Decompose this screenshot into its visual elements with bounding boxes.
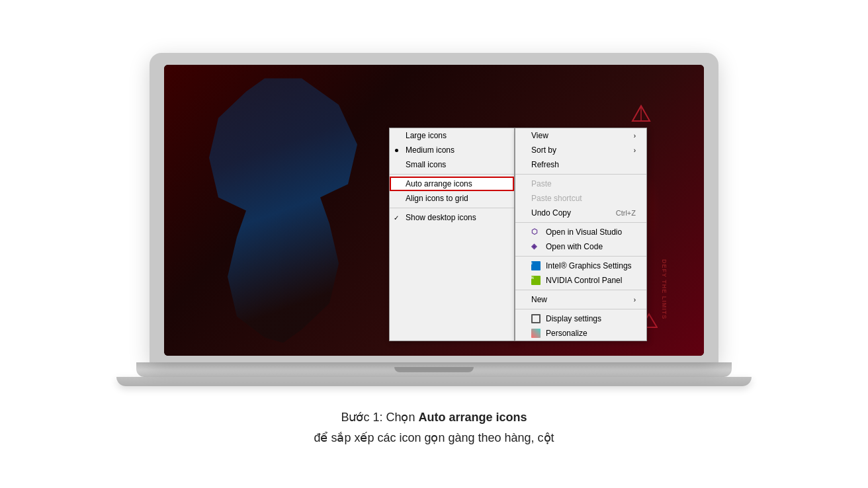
menu-item-view[interactable]: View › [515, 128, 646, 143]
menu-item-show-desktop-icons[interactable]: ✓ Show desktop icons [390, 210, 514, 225]
paste-label: Paste [531, 179, 552, 188]
display-settings-icon [531, 314, 541, 323]
menu-item-paste[interactable]: Paste [515, 177, 646, 191]
menu-item-small-icons[interactable]: Small icons [390, 157, 514, 172]
view-submenu: Large icons Medium icons Small icons Aut… [389, 128, 515, 341]
menu-item-refresh[interactable]: Refresh [515, 157, 646, 172]
medium-icons-label: Medium icons [406, 145, 455, 155]
vscode-icon: ◈ [531, 242, 541, 251]
menu-item-auto-arrange[interactable]: Auto arrange icons [390, 177, 514, 191]
menu-item-display-settings[interactable]: Display settings [515, 311, 646, 326]
nvidia-label: NVIDIA Control Panel [546, 276, 622, 285]
new-label: New [531, 295, 547, 304]
laptop-screen: DEFY THE LIMITS Large icons [164, 65, 704, 356]
menu-item-personalize[interactable]: Personalize [515, 326, 646, 341]
sort-by-arrow: › [634, 147, 636, 154]
display-settings-label: Display settings [546, 314, 601, 323]
view-label: View [531, 131, 548, 140]
undo-copy-shortcut: Ctrl+Z [616, 209, 636, 217]
undo-copy-label: Undo Copy [531, 208, 571, 218]
new-arrow: › [634, 296, 636, 304]
separator-r2 [515, 222, 646, 223]
visual-studio-icon: ⬡ [531, 227, 541, 237]
intel-graphics-label: Intel® Graphics Settings [546, 261, 632, 270]
desktop-background[interactable]: DEFY THE LIMITS Large icons [164, 65, 704, 356]
separator-1 [390, 174, 514, 175]
laptop-base [136, 362, 732, 377]
laptop-bottom-bar [116, 377, 752, 386]
description-bold: Auto arrange icons [419, 411, 527, 424]
main-context-menu: View › Sort by › Refresh Paste [515, 128, 647, 341]
menu-item-nvidia-panel[interactable]: N NVIDIA Control Panel [515, 273, 646, 288]
description-prefix: Bước 1: Chọn [341, 411, 418, 424]
menu-item-medium-icons[interactable]: Medium icons [390, 143, 514, 157]
description-line2: để sắp xếp các icon gọn gàng theo hàng, … [314, 428, 554, 448]
auto-arrange-label: Auto arrange icons [406, 179, 472, 188]
separator-r4 [515, 290, 646, 290]
personalize-label: Personalize [546, 329, 587, 338]
context-menu-container: Large icons Medium icons Small icons Aut… [389, 128, 647, 341]
show-desktop-check: ✓ [394, 214, 399, 222]
refresh-label: Refresh [531, 160, 559, 169]
align-grid-label: Align icons to grid [406, 194, 468, 203]
menu-item-open-visual-studio[interactable]: ⬡ Open in Visual Studio [515, 225, 646, 239]
separator-r1 [515, 174, 646, 175]
intel-icon: i [531, 261, 541, 270]
menu-item-new[interactable]: New › [515, 292, 646, 307]
menu-item-undo-copy[interactable]: Undo Copy Ctrl+Z [515, 206, 646, 220]
medium-icons-dot [395, 149, 398, 152]
separator-r3 [515, 256, 646, 257]
menu-item-large-icons[interactable]: Large icons [390, 128, 514, 143]
nvidia-icon: N [531, 276, 541, 285]
menu-item-sort-by[interactable]: Sort by › [515, 143, 646, 157]
large-icons-label: Large icons [406, 131, 447, 140]
sort-by-label: Sort by [531, 145, 556, 155]
show-desktop-label: Show desktop icons [406, 213, 476, 222]
small-icons-label: Small icons [406, 160, 446, 169]
laptop-wrapper: DEFY THE LIMITS Large icons [136, 53, 732, 448]
separator-2 [390, 208, 514, 208]
description-text: Bước 1: Chọn Auto arrange icons để sắp x… [314, 407, 554, 448]
bg-text: DEFY THE LIMITS [661, 259, 668, 319]
laptop-notch [394, 367, 474, 372]
menu-item-align-grid[interactable]: Align icons to grid [390, 191, 514, 206]
menu-item-open-with-code[interactable]: ◈ Open with Code [515, 239, 646, 254]
valorant-logo-top [631, 104, 651, 124]
menu-item-intel-graphics[interactable]: i Intel® Graphics Settings [515, 259, 646, 273]
open-with-code-label: Open with Code [546, 242, 603, 251]
menu-item-paste-shortcut[interactable]: Paste shortcut [515, 191, 646, 206]
description-line1: Bước 1: Chọn Auto arrange icons [314, 407, 554, 428]
paste-shortcut-label: Paste shortcut [531, 194, 582, 203]
view-arrow: › [634, 132, 636, 140]
separator-r5 [515, 309, 646, 309]
character-shape [191, 78, 376, 343]
open-visual-studio-label: Open in Visual Studio [546, 227, 622, 237]
laptop-body: DEFY THE LIMITS Large icons [150, 53, 718, 362]
personalize-icon [531, 329, 541, 338]
